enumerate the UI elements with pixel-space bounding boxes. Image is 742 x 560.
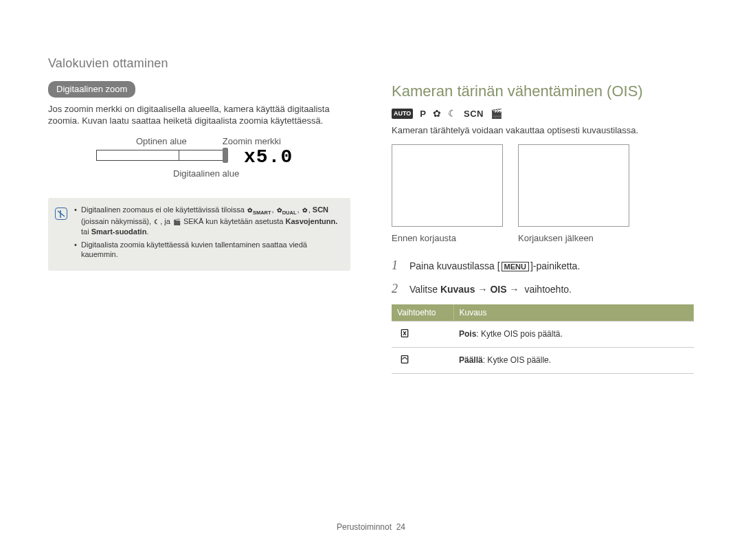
note-icon <box>55 208 67 220</box>
mode-scn-icon: SCN <box>464 108 484 120</box>
zoom-value: x5.0 <box>244 144 293 170</box>
note-item-2: Digitaalista zoomia käytettäessä kuvien … <box>74 240 342 260</box>
image-after <box>518 144 629 227</box>
step-number: 1 <box>392 257 403 273</box>
ois-on-icon: OIS <box>397 353 412 366</box>
image-before <box>392 144 503 227</box>
table-desc: Pois: Kytke OIS pois päältä. <box>453 321 694 347</box>
table-row: OIS Päällä: Kytke OIS päälle. <box>392 347 694 373</box>
option-table: Vaihtoehto Kuvaus OFF Pois: Kytke OIS po… <box>392 304 694 374</box>
digital-range <box>179 150 227 161</box>
page-title: Valokuvien ottaminen <box>48 55 694 71</box>
night-icon: ☾ <box>153 219 160 225</box>
section-pill: Digitaalinen zoom <box>48 81 135 98</box>
mode-movie-icon: 🎬 <box>491 107 502 120</box>
caption-after: Korjauksen jälkeen <box>518 232 629 245</box>
caption-before: Ennen korjausta <box>392 232 503 245</box>
ois-intro: Kameran tärähtelyä voidaan vakauttaa opt… <box>392 124 694 137</box>
mode-p-icon: P <box>420 108 426 120</box>
table-header-option: Vaihtoehto <box>392 304 453 322</box>
step-list: 1 Paina kuvaustilassa [MENU]-painiketta.… <box>392 257 694 298</box>
movie-icon: 🎬 <box>172 219 181 225</box>
table-row: OFF Pois: Kytke OIS pois päältä. <box>392 321 694 347</box>
left-column: Digitaalinen zoom Jos zoomin merkki on d… <box>48 81 350 374</box>
mode-beauty-icon: ✿ <box>433 107 441 120</box>
step-2: 2 Valitse Kuvaus→OIS→ vaihtoehto. <box>392 280 694 297</box>
dual-icon: ✿DUAL <box>276 207 297 214</box>
note-box: Digitaalinen zoomaus ei ole käytettäviss… <box>48 198 350 271</box>
right-column: Kameran tärinän vähentäminen (OIS) AUTO … <box>392 81 694 374</box>
table-desc: Päällä: Kytke OIS päälle. <box>453 347 694 373</box>
zoom-body-text: Jos zoomin merkki on digitaalisella alue… <box>48 103 350 127</box>
zoom-diagram: Optinen alue Zoomin merkki x5.0 Digitaal… <box>96 135 323 180</box>
page-footer: Perustoiminnot 24 <box>0 522 742 533</box>
step-number: 2 <box>392 280 403 297</box>
table-header-desc: Kuvaus <box>453 304 694 322</box>
mode-night-icon: ☾ <box>448 107 457 120</box>
zoom-marker <box>223 148 228 163</box>
zoom-bar: x5.0 <box>96 150 323 161</box>
optical-range-label: Optinen alue <box>136 135 187 148</box>
step-1: 1 Paina kuvaustilassa [MENU]-painiketta. <box>392 257 694 273</box>
note-list: Digitaalinen zoomaus ei ole käytettäviss… <box>74 205 342 262</box>
note-item-1: Digitaalinen zoomaus ei ole käytettäviss… <box>74 205 342 237</box>
ois-heading: Kameran tärinän vähentäminen (OIS) <box>392 81 694 102</box>
menu-button-label: MENU <box>502 262 529 271</box>
mode-row: AUTO P ✿ ☾ SCN 🎬 <box>392 107 694 120</box>
beauty-icon: ✿ <box>302 207 308 214</box>
ois-off-icon: OFF <box>397 327 412 339</box>
smart-icon: ✿SMART <box>247 207 272 214</box>
mode-auto-icon: AUTO <box>392 109 413 118</box>
